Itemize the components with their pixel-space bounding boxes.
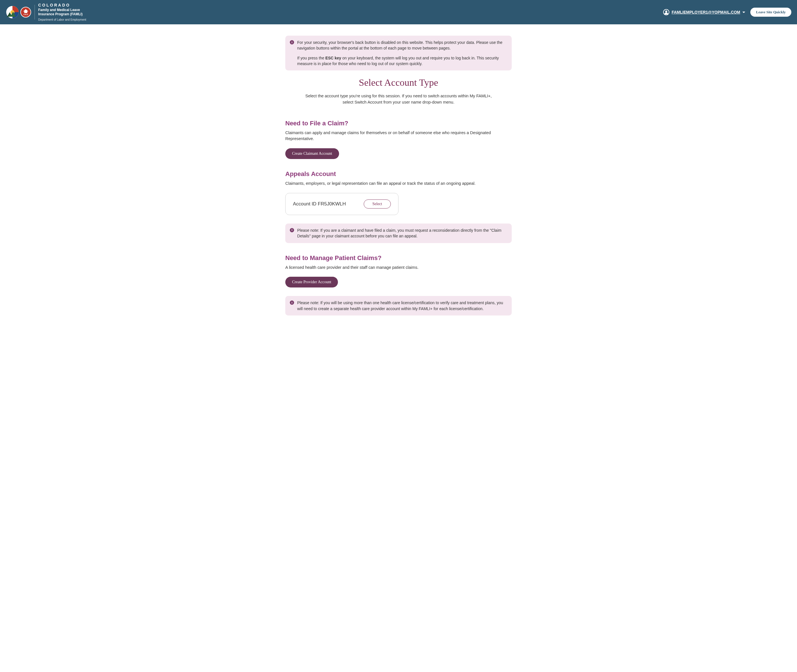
- provider-section: Need to Manage Patient Claims? A license…: [285, 254, 512, 315]
- security-alert-p1: For your security, your browser's back b…: [297, 40, 506, 51]
- brand-dept: Department of Labor and Employment: [38, 18, 86, 22]
- appeals-account-card: Account ID FR5J0KWLH Select: [285, 193, 398, 215]
- security-alert-p2-bold: ESC key: [325, 56, 341, 60]
- info-icon: i: [290, 301, 294, 305]
- appeals-account-id: Account ID FR5J0KWLH: [293, 201, 346, 207]
- chevron-down-icon: [743, 11, 745, 13]
- claim-section-text: Claimants can apply and manage claims fo…: [285, 130, 512, 142]
- security-alert-p2: If you press the ESC key on your keyboar…: [297, 55, 506, 67]
- appeals-note-alert: i Please note: If you are a claimant and…: [285, 224, 512, 243]
- select-appeals-account-button[interactable]: Select: [364, 200, 391, 208]
- brand-sub-1: Family and Medical Leave: [38, 8, 86, 12]
- header-left: CDLE COLORADO Family and Medical Leave I…: [6, 3, 86, 21]
- security-alert-p2-before: If you press the: [297, 56, 325, 60]
- claim-section: Need to File a Claim? Claimants can appl…: [285, 120, 512, 159]
- provider-section-text: A licensed health care provider and thei…: [285, 264, 512, 271]
- provider-section-title: Need to Manage Patient Claims?: [285, 254, 512, 262]
- user-menu[interactable]: FAMLIEMPLOYER1@YOPMAIL.COM: [663, 9, 745, 15]
- logo-group: CDLE: [6, 5, 31, 19]
- colorado-logo-icon: [6, 5, 19, 19]
- appeals-note-text: Please note: If you are a claimant and h…: [297, 227, 506, 239]
- claim-section-title: Need to File a Claim?: [285, 120, 512, 127]
- page-title: Select Account Type: [285, 77, 512, 88]
- cdle-label: CDLE: [24, 14, 28, 15]
- site-header: CDLE COLORADO Family and Medical Leave I…: [0, 0, 797, 24]
- info-icon: i: [290, 228, 294, 232]
- cdle-logo-icon: CDLE: [20, 7, 31, 18]
- appeals-section-title: Appeals Account: [285, 170, 512, 178]
- provider-note-text: Please note: If you will be using more t…: [297, 300, 506, 312]
- brand-main: COLORADO: [38, 3, 86, 8]
- main-container: i For your security, your browser's back…: [280, 24, 517, 338]
- brand-sub-2: Insurance Program (FAMLI): [38, 12, 86, 16]
- create-claimant-account-button[interactable]: Create Claimant Account: [285, 148, 339, 159]
- header-right: FAMLIEMPLOYER1@YOPMAIL.COM Leave Site Qu…: [663, 8, 791, 17]
- leave-site-button[interactable]: Leave Site Quickly: [750, 8, 791, 17]
- user-email: FAMLIEMPLOYER1@YOPMAIL.COM: [672, 10, 740, 14]
- appeals-section-text: Claimants, employers, or legal represent…: [285, 181, 512, 187]
- security-alert: i For your security, your browser's back…: [285, 36, 512, 70]
- info-icon: i: [290, 40, 294, 45]
- page-subtitle: Select the account type you're using for…: [302, 93, 495, 106]
- header-titles: COLORADO Family and Medical Leave Insura…: [38, 3, 86, 21]
- appeals-section: Appeals Account Claimants, employers, or…: [285, 170, 512, 243]
- provider-note-alert: i Please note: If you will be using more…: [285, 296, 512, 315]
- user-icon: [663, 9, 669, 15]
- create-provider-account-button[interactable]: Create Provider Account: [285, 277, 338, 288]
